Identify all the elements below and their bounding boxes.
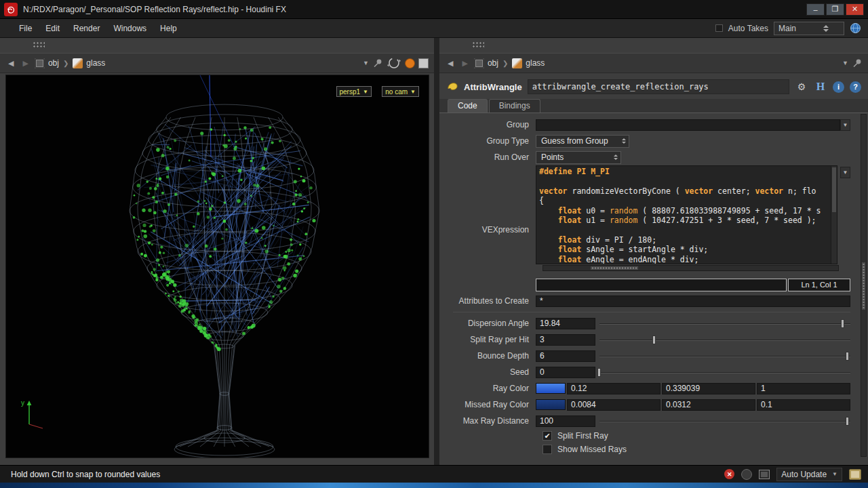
camera-link-value: no cam [385, 88, 408, 96]
render-flag-icon[interactable] [405, 58, 415, 68]
scrollbar-grip[interactable] [862, 262, 865, 310]
close-button[interactable]: ✕ [846, 3, 864, 16]
gear-icon[interactable]: ⚙ [795, 80, 808, 94]
run-over-label: Run Over [446, 152, 536, 162]
menu-windows[interactable]: Windows [106, 21, 153, 36]
pane-divider[interactable] [434, 38, 439, 465]
snippet-search-field[interactable] [536, 279, 787, 291]
split-first-ray-checkbox[interactable]: ✔ [542, 431, 552, 441]
vexpression-editor[interactable]: #define PI M_PI vector randomizeVectorBy… [536, 165, 837, 264]
seed-slider[interactable] [599, 367, 850, 378]
forward-arrow-icon[interactable]: ▶ [20, 58, 31, 69]
dispersion-angle-input[interactable]: 19.84 [536, 318, 595, 329]
group-input[interactable] [536, 119, 840, 131]
camera-link-menu[interactable]: no cam▼ [382, 86, 419, 97]
breadcrumb-glass[interactable]: glass [526, 58, 545, 68]
message-bubble-icon[interactable] [741, 469, 752, 480]
info-icon[interactable]: i [833, 81, 844, 93]
node-name-field[interactable]: attribwrangle_create_reflection_rays [528, 79, 789, 94]
missed-ray-color-swatch[interactable] [536, 399, 566, 410]
menu-edit[interactable]: Edit [39, 21, 66, 36]
globe-icon[interactable] [850, 22, 861, 34]
camera-orbit-icon[interactable] [387, 56, 401, 70]
ray-color-r-input[interactable]: 0.12 [567, 383, 660, 394]
pin-icon[interactable] [372, 58, 383, 68]
run-over-select[interactable]: Points [536, 151, 621, 164]
auto-takes-checkbox[interactable] [715, 24, 723, 32]
missed-ray-color-b-input[interactable]: 0.1 [757, 399, 850, 411]
group-type-label: Group Type [446, 136, 536, 146]
max-ray-distance-input[interactable]: 100 [536, 415, 595, 427]
resource-monitor-icon[interactable] [849, 469, 861, 480]
param-row-max-ray-distance: Max Ray Distance 100 [446, 413, 850, 429]
show-missed-rays-label: Show Missed Rays [557, 445, 627, 454]
menu-help[interactable]: Help [153, 21, 184, 36]
show-missed-rays-checkbox[interactable] [542, 445, 552, 454]
vex-code[interactable]: #define PI M_PI vector randomizeVectorBy… [539, 167, 830, 264]
missed-ray-color-g-input[interactable]: 0.0312 [662, 399, 755, 411]
auto-takes-label: Auto Takes [728, 24, 768, 33]
select-spinner-icon [622, 138, 626, 144]
tab-code[interactable]: Code [448, 99, 488, 113]
attributes-to-create-input[interactable]: * [536, 296, 850, 307]
menu-file[interactable]: File [12, 21, 39, 36]
breadcrumb-obj[interactable]: obj [488, 58, 498, 68]
vexpression-expand-icon[interactable]: ▼ [840, 167, 850, 178]
slider-handle[interactable] [841, 319, 844, 328]
back-arrow-icon[interactable]: ◀ [5, 58, 16, 69]
missed-ray-color-r-input[interactable]: 0.0084 [567, 399, 660, 411]
error-badge-icon[interactable]: ✕ [724, 469, 734, 479]
take-selector[interactable]: Main [774, 22, 844, 35]
breadcrumb-glass[interactable]: glass [86, 58, 105, 68]
ray-color-swatch[interactable] [536, 383, 566, 394]
minimize-button[interactable]: – [806, 3, 825, 16]
help-icon[interactable]: ? [850, 81, 861, 93]
maximize-button[interactable]: ❐ [826, 3, 844, 16]
pin-icon[interactable] [852, 58, 863, 68]
ray-color-b-input[interactable]: 1 [757, 383, 850, 394]
axis-gizmo: y [17, 394, 48, 432]
windows-taskbar[interactable] [0, 483, 868, 488]
tab-bindings[interactable]: Bindings [489, 99, 540, 113]
pane-handle[interactable] [472, 41, 484, 48]
slider-handle[interactable] [846, 417, 849, 426]
window-title: N:/RDX/Paragon/_Personal/SOP Reflection … [23, 5, 806, 14]
network-editor-icon[interactable] [759, 470, 770, 479]
chevron-down-icon: ▼ [832, 471, 837, 477]
bounce-depth-input[interactable]: 6 [536, 350, 595, 362]
split-ray-per-hit-input[interactable]: 3 [536, 334, 595, 346]
path-dropdown-icon[interactable]: ▼ [842, 60, 848, 66]
slider-handle[interactable] [597, 368, 601, 377]
titlebar: N:/RDX/Paragon/_Personal/SOP Reflection … [0, 0, 868, 19]
group-type-select[interactable]: Guess from Group [536, 135, 629, 148]
dispersion-angle-slider[interactable] [599, 318, 850, 329]
code-horizontal-scrollbar[interactable] [542, 265, 839, 271]
houdini-logo-icon[interactable]: H [814, 80, 827, 94]
seed-input[interactable]: 0 [536, 367, 595, 378]
parameter-scrollbar[interactable] [861, 114, 867, 457]
path-dropdown-icon[interactable]: ▼ [363, 60, 369, 66]
param-row-show-missed-rays: Show Missed Rays [446, 443, 850, 456]
update-mode-select[interactable]: Auto Update ▼ [776, 468, 842, 481]
group-dropdown-icon[interactable]: ▼ [840, 119, 850, 131]
display-flag-icon[interactable] [418, 58, 429, 68]
menu-render[interactable]: Render [66, 21, 106, 36]
axis-y-label: y [21, 399, 24, 407]
camera-menu[interactable]: persp1▼ [336, 86, 372, 97]
take-selector-spinner-icon[interactable] [823, 25, 829, 32]
split-ray-per-hit-slider[interactable] [599, 334, 850, 346]
max-ray-distance-slider[interactable] [599, 415, 850, 427]
scrollbar-grip[interactable] [591, 266, 638, 270]
slider-handle[interactable] [846, 352, 849, 361]
slider-handle[interactable] [652, 336, 656, 344]
3d-viewport[interactable]: .wire { fill:none; stroke:#93a4b5; strok… [5, 75, 429, 458]
ray-color-g-input[interactable]: 0.339039 [662, 383, 755, 394]
pane-handle[interactable] [33, 41, 45, 48]
houdini-window: N:/RDX/Paragon/_Personal/SOP Reflection … [0, 0, 868, 488]
code-vertical-scrollbar[interactable] [831, 166, 837, 264]
breadcrumb-obj[interactable]: obj [48, 58, 59, 68]
forward-arrow-icon[interactable]: ▶ [459, 58, 470, 69]
back-arrow-icon[interactable]: ◀ [445, 58, 456, 69]
bounce-depth-slider[interactable] [599, 350, 850, 362]
param-row-attributes-to-create: Attributes to Create * [446, 293, 850, 309]
